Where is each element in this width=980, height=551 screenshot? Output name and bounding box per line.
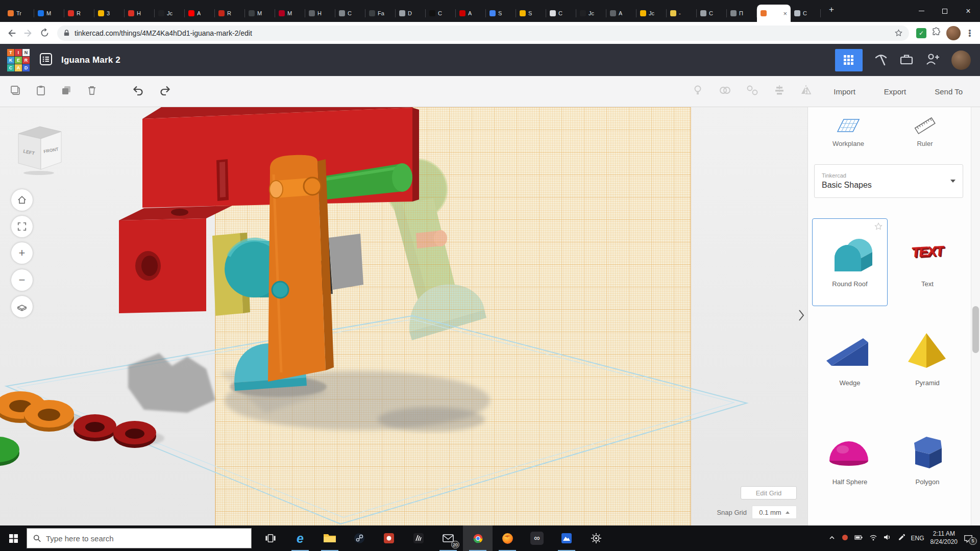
forward-button[interactable] (22, 28, 34, 39)
viewport-scene[interactable] (0, 107, 807, 525)
browser-tab[interactable]: Jc (155, 5, 185, 22)
refresh-button[interactable] (39, 28, 50, 39)
align-button[interactable] (773, 84, 786, 98)
taskbar-app-firefox[interactable] (493, 525, 522, 551)
minimize-button[interactable] (910, 0, 933, 22)
browser-tab[interactable]: M (275, 5, 305, 22)
tray-app-icon[interactable] (842, 534, 848, 543)
adblock-extension-icon[interactable]: ✓ (916, 28, 926, 38)
wifi-icon[interactable] (869, 534, 877, 543)
browser-tab[interactable]: A (185, 5, 215, 22)
taskbar-app-infinity[interactable]: ∞ (522, 525, 552, 551)
import-button[interactable]: Import (826, 87, 863, 96)
panel-scrollbar[interactable] (971, 107, 980, 525)
browser-tab[interactable]: C (546, 5, 576, 22)
pen-icon[interactable] (898, 534, 905, 543)
profile-avatar[interactable] (946, 26, 961, 40)
taskbar-app-edge[interactable]: e (285, 525, 315, 551)
taskbar-app-settings[interactable] (581, 525, 611, 551)
workplane-button[interactable]: Workplane (832, 115, 864, 147)
browser-tab[interactable]: C (697, 5, 727, 22)
redo-button[interactable] (158, 84, 172, 98)
home-view-button[interactable] (11, 189, 33, 211)
mirror-button[interactable] (800, 84, 812, 98)
back-button[interactable] (6, 28, 17, 39)
browser-tab[interactable]: - (667, 5, 697, 22)
browser-tab[interactable]: D (396, 5, 426, 22)
browser-tab[interactable]: R (215, 5, 245, 22)
show-all-button[interactable] (692, 84, 704, 98)
maximize-button[interactable] (933, 0, 957, 22)
browser-tab[interactable]: Jc (576, 5, 606, 22)
taskbar-clock[interactable]: 2:11 AM 8/24/2020 (930, 530, 958, 546)
battery-icon[interactable] (854, 534, 863, 543)
perspective-toggle-button[interactable] (11, 296, 33, 317)
browser-tab[interactable]: S (486, 5, 516, 22)
tray-expand-chevron[interactable] (828, 534, 836, 543)
omnibox[interactable]: tinkercad.com/things/4MZ4Ka4hDd1-iguana-… (57, 26, 909, 41)
start-button[interactable] (0, 525, 27, 551)
zoom-in-button[interactable]: + (11, 242, 33, 264)
favorite-star-icon[interactable] (874, 222, 883, 231)
browser-tab[interactable]: A (606, 5, 636, 22)
delete-button[interactable] (86, 84, 98, 98)
taskbar-app-chrome[interactable] (463, 525, 493, 551)
ungroup-button[interactable] (746, 84, 759, 98)
browser-tab[interactable]: × (757, 5, 791, 22)
shape-category-select[interactable]: Tinkercad Basic Shapes (814, 164, 963, 198)
document-title[interactable]: Iguana Mark 2 (61, 55, 120, 65)
taskbar-app-mail[interactable]: 20 (433, 525, 463, 551)
browser-tab[interactable]: A (456, 5, 486, 22)
browser-tab[interactable]: S (516, 5, 546, 22)
paste-button[interactable] (35, 84, 47, 98)
browser-tab[interactable]: Jc (636, 5, 667, 22)
taskbar-app-file-explorer[interactable] (315, 525, 345, 551)
tab-close-icon[interactable]: × (783, 10, 787, 17)
shape-tile-polygon[interactable]: Polygon (890, 416, 965, 504)
language-indicator[interactable]: ENG (911, 535, 924, 542)
send-to-button[interactable]: Send To (927, 87, 970, 96)
panel-scrollbar-thumb[interactable] (972, 306, 979, 353)
browser-tab[interactable]: C (791, 5, 821, 22)
browser-tab[interactable]: Fa (365, 5, 396, 22)
taskbar-search[interactable] (27, 528, 252, 548)
tinker-pickaxe-icon[interactable] (874, 52, 888, 68)
ruler-button[interactable]: Ruler (913, 115, 937, 147)
taskbar-app-steam[interactable] (345, 525, 374, 551)
browser-tab[interactable]: R (64, 5, 94, 22)
invite-person-icon[interactable] (925, 52, 940, 68)
taskbar-app-game[interactable] (404, 525, 433, 551)
gallery-toolbox-icon[interactable] (899, 53, 914, 68)
edit-grid-button[interactable]: Edit Grid (741, 486, 797, 499)
taskbar-app-red[interactable] (374, 525, 404, 551)
search-input[interactable] (46, 534, 245, 543)
action-center-button[interactable]: 5 (964, 534, 973, 543)
export-button[interactable]: Export (877, 87, 913, 96)
browser-tab[interactable]: C (426, 5, 456, 22)
snap-grid-select[interactable]: 0.1 mm (752, 506, 797, 519)
group-button[interactable] (718, 84, 731, 98)
new-tab-button[interactable]: + (829, 5, 834, 14)
browser-tab[interactable]: M (34, 5, 64, 22)
copy-button[interactable] (9, 84, 21, 98)
browser-tab[interactable]: 3 (94, 5, 125, 22)
fit-view-button[interactable] (11, 216, 33, 237)
browser-tab[interactable]: M (245, 5, 275, 22)
browser-tab[interactable]: H (125, 5, 155, 22)
view-cube[interactable]: LEFT FRONT (14, 124, 65, 176)
shape-tile-wedge[interactable]: Wedge (812, 317, 888, 405)
bookmark-star-icon[interactable] (894, 29, 903, 37)
duplicate-button[interactable] (60, 84, 72, 98)
tinkercad-logo[interactable]: TINKERCAD (7, 49, 30, 71)
extensions-icon[interactable] (932, 27, 941, 39)
task-view-button[interactable] (256, 525, 285, 551)
close-button[interactable]: × (957, 0, 980, 22)
shape-tile-round-roof[interactable]: Round Roof (812, 218, 888, 306)
shape-tile-text[interactable]: TEXT Text (890, 218, 965, 306)
properties-list-icon[interactable] (39, 52, 53, 68)
zoom-out-button[interactable]: − (11, 269, 33, 291)
dashboard-button[interactable] (835, 49, 863, 71)
browser-tab[interactable]: H (305, 5, 335, 22)
undo-button[interactable] (132, 84, 145, 98)
browser-tab[interactable]: Tr (4, 5, 34, 22)
